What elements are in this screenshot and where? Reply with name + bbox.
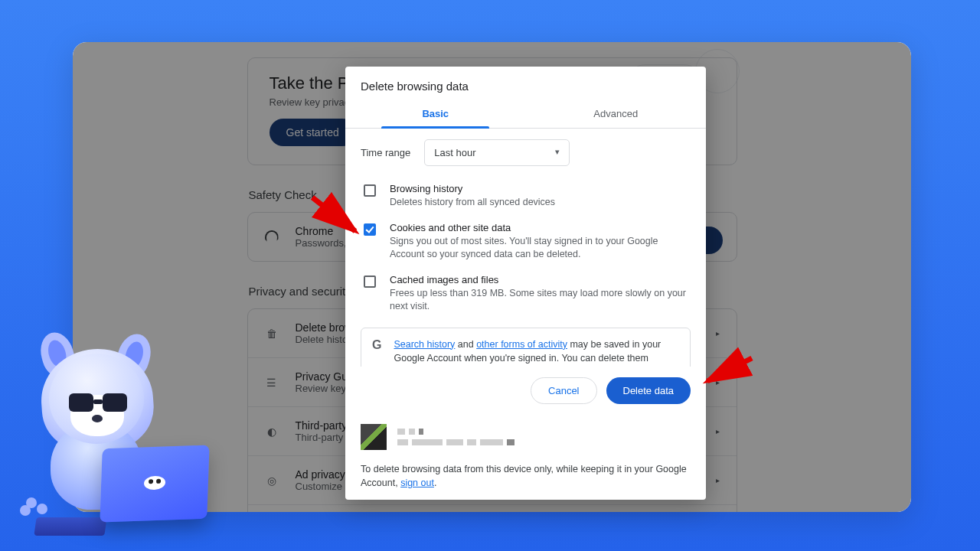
option-browsing-history[interactable]: Browsing history Deletes history from al… [361, 177, 691, 216]
other-activity-link[interactable]: other forms of activity [476, 339, 567, 350]
option-desc: Deletes history from all synced devices [390, 196, 555, 210]
search-history-link[interactable]: Search history [394, 339, 455, 350]
option-desc: Frees up less than 319 MB. Some sites ma… [390, 287, 691, 314]
dialog-actions: Cancel Delete data [345, 367, 706, 416]
info-text: Search history and other forms of activi… [394, 337, 679, 367]
time-range-select[interactable]: Last hour [424, 139, 570, 166]
tab-basic[interactable]: Basic [345, 100, 526, 128]
checkbox-browsing-history[interactable] [364, 184, 376, 197]
option-cached[interactable]: Cached images and files Frees up less th… [361, 268, 691, 320]
google-account-info: G Search history and other forms of acti… [361, 328, 691, 367]
option-title: Cached images and files [390, 274, 691, 285]
checkbox-cookies[interactable] [364, 223, 376, 236]
delete-data-button[interactable]: Delete data [606, 377, 691, 404]
avatar [361, 424, 387, 450]
dialog-title: Delete browsing data [345, 67, 706, 100]
time-range-value: Last hour [434, 147, 475, 158]
option-desc: Signs you out of most sites. You'll stay… [390, 235, 691, 262]
sign-out-link[interactable]: sign out [400, 478, 434, 488]
signout-hint: To delete browsing data from this device… [361, 458, 691, 491]
cancel-button[interactable]: Cancel [531, 377, 596, 404]
dialog-footer: To delete browsing data from this device… [345, 416, 706, 500]
option-title: Cookies and other site data [390, 222, 691, 233]
panda-mascot [20, 343, 196, 542]
checkbox-cached[interactable] [364, 276, 376, 288]
tab-advanced[interactable]: Advanced [526, 100, 707, 128]
signed-in-user-row [361, 419, 691, 458]
google-icon: G [372, 339, 381, 351]
option-cookies[interactable]: Cookies and other site data Signs you ou… [361, 216, 691, 268]
dialog-tabs: Basic Advanced [345, 100, 706, 129]
time-range-label: Time range [361, 147, 410, 158]
delete-browsing-data-dialog: Delete browsing data Basic Advanced Time… [345, 67, 706, 500]
option-title: Browsing history [390, 183, 555, 194]
dialog-body-scroll[interactable]: Time range Last hour Browsing history De… [345, 129, 706, 367]
